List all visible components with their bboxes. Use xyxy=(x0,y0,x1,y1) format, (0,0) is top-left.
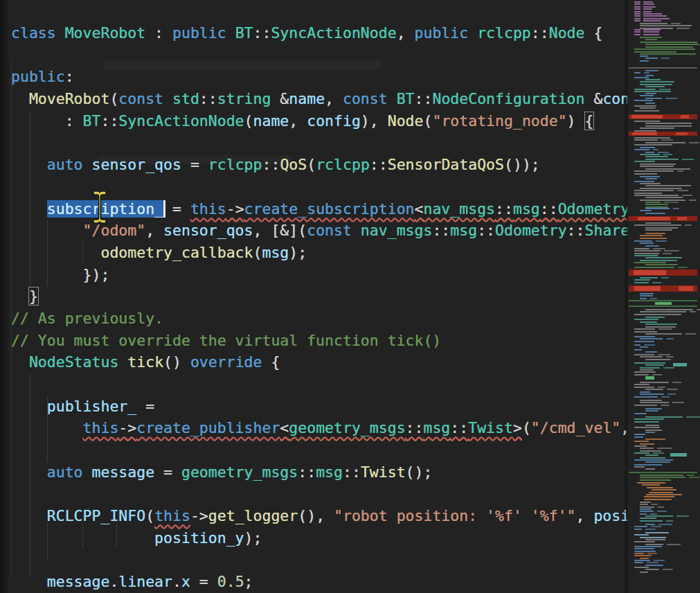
minimap-bar xyxy=(645,461,670,463)
minimap-bar xyxy=(658,328,672,330)
minimap-bar xyxy=(645,204,668,205)
minimap-bar xyxy=(645,376,654,380)
minimap-bar xyxy=(645,44,699,45)
code-token: sensor_qos xyxy=(92,156,181,173)
code-token: conf xyxy=(602,90,627,107)
code-line: public: xyxy=(0,66,627,88)
code-token: this xyxy=(83,419,119,436)
code-token: :: xyxy=(495,200,513,218)
minimap-bar xyxy=(634,427,660,428)
minimap-bar xyxy=(667,389,678,390)
code-token: rclcpp xyxy=(208,156,262,173)
minimap-bar xyxy=(645,359,671,360)
code-token: () xyxy=(163,353,190,371)
minimap-bar xyxy=(690,311,697,312)
code-editor[interactable]: class MoveRobot : public BT::SyncActionN… xyxy=(0,0,627,593)
code-token: ( xyxy=(307,156,316,173)
minimap-bar xyxy=(634,421,659,423)
code-line: // As previously. xyxy=(0,308,627,330)
minimap-bar xyxy=(679,286,693,291)
code-line xyxy=(0,176,627,198)
minimap-bar xyxy=(685,224,692,226)
minimap-bar xyxy=(640,23,667,24)
minimap-bar xyxy=(634,91,671,92)
minimap-bar xyxy=(640,53,696,55)
minimap-bar xyxy=(634,452,649,454)
code-token: const xyxy=(118,90,172,107)
minimap[interactable] xyxy=(627,0,700,593)
minimap-bar xyxy=(645,416,683,418)
code-token: :: xyxy=(567,222,585,239)
minimap-bar xyxy=(645,245,659,247)
minimap-bar xyxy=(644,344,655,346)
minimap-bar xyxy=(644,499,672,500)
code-token: MoveRobot xyxy=(65,24,146,42)
code-token: msg xyxy=(450,222,477,239)
minimap-bar xyxy=(663,253,672,254)
minimap-bar xyxy=(661,57,669,59)
minimap-bar xyxy=(645,142,685,143)
minimap-bar xyxy=(645,468,655,470)
code-token: ( xyxy=(253,244,262,261)
code-line: position_y); xyxy=(0,527,627,549)
code-token: :: xyxy=(262,156,280,173)
minimap-bar xyxy=(640,84,672,85)
minimap-bar xyxy=(640,356,663,357)
minimap-bar xyxy=(634,567,649,568)
code-token: ( xyxy=(109,90,118,107)
code-token: ()); xyxy=(504,156,540,173)
code-token: tick xyxy=(127,353,163,371)
minimap-bar xyxy=(689,142,699,143)
code-token: :: xyxy=(415,90,433,107)
code-line xyxy=(0,44,627,67)
code-token: ( xyxy=(423,112,432,130)
minimap-bar xyxy=(629,472,697,473)
minimap-bar xyxy=(640,511,654,512)
minimap-bar xyxy=(634,170,674,172)
code-token: MoveRobot xyxy=(29,90,110,107)
minimap-bar xyxy=(645,93,656,94)
minimap-bar xyxy=(634,34,640,35)
minimap-bar xyxy=(634,13,640,15)
minimap-bar xyxy=(634,445,647,447)
code-token: odometry_callback xyxy=(100,244,253,261)
minimap-bar xyxy=(640,508,652,510)
minimap-bar xyxy=(640,558,649,559)
code-token: message xyxy=(47,573,110,590)
minimap-bar xyxy=(634,181,654,182)
minimap-bar xyxy=(634,319,658,320)
code-token: nav_msgs xyxy=(361,222,433,239)
code-token: string xyxy=(217,90,271,107)
minimap-bar xyxy=(645,317,665,318)
minimap-bar xyxy=(682,159,693,160)
minimap-bar xyxy=(645,57,658,59)
minimap-bar xyxy=(663,367,674,369)
minimap-bar xyxy=(640,391,650,393)
minimap-bar xyxy=(634,362,665,364)
minimap-bar xyxy=(634,405,657,406)
code-token xyxy=(11,507,47,524)
code-token xyxy=(11,573,47,590)
minimap-bar xyxy=(634,193,662,194)
code-token: ; xyxy=(244,573,253,590)
code-token: . xyxy=(172,573,181,590)
minimap-bar xyxy=(661,396,670,398)
code-token: ( xyxy=(522,419,531,436)
selected-text: subscription_ xyxy=(47,200,163,218)
code-token: Node xyxy=(549,24,585,42)
code-token: posit xyxy=(593,507,627,524)
minimap-bar xyxy=(640,260,677,261)
minimap-bar xyxy=(676,28,690,29)
minimap-bar xyxy=(645,229,672,231)
minimap-bar xyxy=(645,257,682,258)
minimap-bar xyxy=(640,166,674,167)
minimap-bar xyxy=(634,3,640,5)
minimap-bar xyxy=(685,333,697,335)
minimap-bar xyxy=(645,98,662,99)
code-token: public xyxy=(11,68,65,85)
minimap-bar xyxy=(629,300,697,301)
minimap-bar xyxy=(634,15,640,17)
minimap-bar xyxy=(643,11,652,12)
minimap-bar xyxy=(666,520,673,522)
minimap-bar xyxy=(645,159,679,160)
